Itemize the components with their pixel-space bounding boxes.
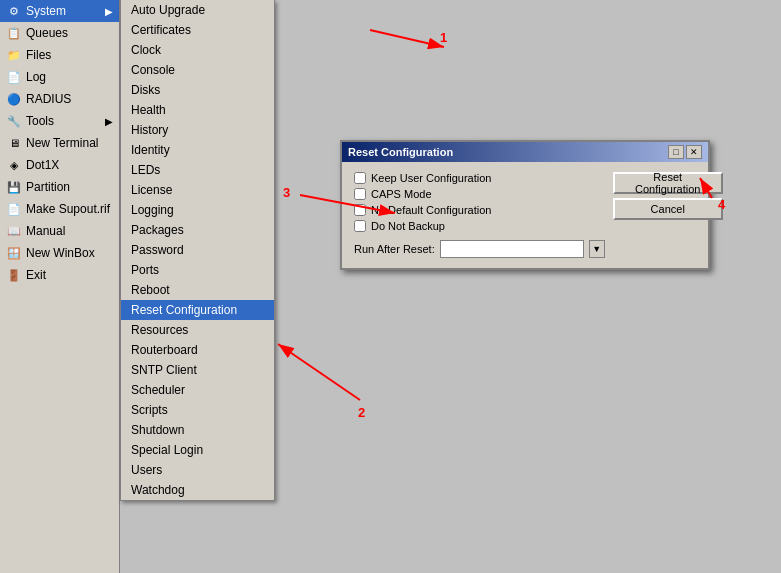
dialog-options: Keep User ConfigurationCAPS ModeNo Defau… bbox=[354, 172, 605, 258]
menu-item-reboot[interactable]: Reboot bbox=[121, 280, 274, 300]
menu-item-special-login[interactable]: Special Login bbox=[121, 440, 274, 460]
menu-item-label: SNTP Client bbox=[131, 363, 197, 377]
sidebar-item-system[interactable]: ⚙ System ▶ bbox=[0, 0, 119, 22]
checkbox-label: Do Not Backup bbox=[371, 220, 445, 232]
reset-config-dialog: Reset Configuration □ ✕ Keep User Config… bbox=[340, 140, 710, 270]
sidebar-icon: 📋 bbox=[6, 25, 22, 41]
menu-item-users[interactable]: Users bbox=[121, 460, 274, 480]
menu-item-packages[interactable]: Packages bbox=[121, 220, 274, 240]
annotation-1: 1 bbox=[440, 30, 447, 45]
sidebar-item-dot1x[interactable]: ◈ Dot1X bbox=[0, 154, 119, 176]
menu-item-label: Auto Upgrade bbox=[131, 3, 205, 17]
sidebar-label: Tools bbox=[26, 114, 54, 128]
sidebar-icon: 📁 bbox=[6, 47, 22, 63]
button-label: Cancel bbox=[651, 203, 685, 215]
sidebar-item-exit[interactable]: 🚪 Exit bbox=[0, 264, 119, 286]
menu-item-routerboard[interactable]: Routerboard bbox=[121, 340, 274, 360]
menu-item-resources[interactable]: Resources bbox=[121, 320, 274, 340]
checkbox-label: Keep User Configuration bbox=[371, 172, 491, 184]
sidebar-icon: ◈ bbox=[6, 157, 22, 173]
checkbox-caps-mode[interactable] bbox=[354, 188, 366, 200]
checkbox-no-default-configuration[interactable] bbox=[354, 204, 366, 216]
checkbox-row-do-not-backup: Do Not Backup bbox=[354, 220, 605, 232]
menu-item-label: Password bbox=[131, 243, 184, 257]
menu-item-label: Users bbox=[131, 463, 162, 477]
menu-item-clock[interactable]: Clock bbox=[121, 40, 274, 60]
sidebar-label: Exit bbox=[26, 268, 46, 282]
svg-line-1 bbox=[278, 344, 360, 400]
menu-item-license[interactable]: License bbox=[121, 180, 274, 200]
sidebar-item-log[interactable]: 📄 Log bbox=[0, 66, 119, 88]
menu-item-reset-configuration[interactable]: Reset Configuration bbox=[121, 300, 274, 320]
button-cancel[interactable]: Cancel bbox=[613, 198, 723, 220]
sidebar-icon: 📄 bbox=[6, 69, 22, 85]
checkbox-keep-user-configuration[interactable] bbox=[354, 172, 366, 184]
menu-item-label: History bbox=[131, 123, 168, 137]
menu-item-identity[interactable]: Identity bbox=[121, 140, 274, 160]
sidebar-icon: 🔧 bbox=[6, 113, 22, 129]
dialog-controls: □ ✕ bbox=[668, 145, 702, 159]
sidebar-label: Queues bbox=[26, 26, 68, 40]
sidebar-item-new-winbox[interactable]: 🪟 New WinBox bbox=[0, 242, 119, 264]
close-button[interactable]: ✕ bbox=[686, 145, 702, 159]
menu-item-label: Ports bbox=[131, 263, 159, 277]
checkbox-do-not-backup[interactable] bbox=[354, 220, 366, 232]
minimize-button[interactable]: □ bbox=[668, 145, 684, 159]
menu-item-label: Reset Configuration bbox=[131, 303, 237, 317]
submenu-arrow: ▶ bbox=[105, 116, 113, 127]
menu-item-label: Clock bbox=[131, 43, 161, 57]
menu-item-label: Watchdog bbox=[131, 483, 185, 497]
menu-item-leds[interactable]: LEDs bbox=[121, 160, 274, 180]
menu-item-scheduler[interactable]: Scheduler bbox=[121, 380, 274, 400]
sidebar-item-radius[interactable]: 🔵 RADIUS bbox=[0, 88, 119, 110]
menu-item-password[interactable]: Password bbox=[121, 240, 274, 260]
sidebar-icon: ⚙ bbox=[6, 3, 22, 19]
menu-item-label: Packages bbox=[131, 223, 184, 237]
menu-item-disks[interactable]: Disks bbox=[121, 80, 274, 100]
menu-item-ports[interactable]: Ports bbox=[121, 260, 274, 280]
menu-item-logging[interactable]: Logging bbox=[121, 200, 274, 220]
menu-item-label: Shutdown bbox=[131, 423, 184, 437]
menu-item-label: Logging bbox=[131, 203, 174, 217]
sidebar-label: Log bbox=[26, 70, 46, 84]
sidebar-item-queues[interactable]: 📋 Queues bbox=[0, 22, 119, 44]
menu-item-label: Special Login bbox=[131, 443, 203, 457]
sidebar-icon: 🖥 bbox=[6, 135, 22, 151]
menu-item-label: Resources bbox=[131, 323, 188, 337]
menu-item-label: Disks bbox=[131, 83, 160, 97]
menu-item-label: Reboot bbox=[131, 283, 170, 297]
menu-item-health[interactable]: Health bbox=[121, 100, 274, 120]
sidebar-item-new-terminal[interactable]: 🖥 New Terminal bbox=[0, 132, 119, 154]
menu-item-scripts[interactable]: Scripts bbox=[121, 400, 274, 420]
menu-item-auto-upgrade[interactable]: Auto Upgrade bbox=[121, 0, 274, 20]
menu-item-label: Certificates bbox=[131, 23, 191, 37]
sidebar-label: New Terminal bbox=[26, 136, 98, 150]
sidebar-label: Make Supout.rif bbox=[26, 202, 110, 216]
sidebar-icon: 🔵 bbox=[6, 91, 22, 107]
dialog-titlebar: Reset Configuration □ ✕ bbox=[342, 142, 708, 162]
run-after-input[interactable] bbox=[440, 240, 584, 258]
sidebar-item-tools[interactable]: 🔧 Tools ▶ bbox=[0, 110, 119, 132]
checkbox-row-keep-user-configuration: Keep User Configuration bbox=[354, 172, 605, 184]
sidebar-label: Dot1X bbox=[26, 158, 59, 172]
dialog-title: Reset Configuration bbox=[348, 146, 453, 158]
menu-item-console[interactable]: Console bbox=[121, 60, 274, 80]
sidebar-item-files[interactable]: 📁 Files bbox=[0, 44, 119, 66]
menu-item-label: Scheduler bbox=[131, 383, 185, 397]
run-after-dropdown-button[interactable]: ▼ bbox=[589, 240, 605, 258]
menu-item-history[interactable]: History bbox=[121, 120, 274, 140]
menu-item-certificates[interactable]: Certificates bbox=[121, 20, 274, 40]
sidebar-icon: 📖 bbox=[6, 223, 22, 239]
sidebar-item-partition[interactable]: 💾 Partition bbox=[0, 176, 119, 198]
menu-item-shutdown[interactable]: Shutdown bbox=[121, 420, 274, 440]
menu-item-watchdog[interactable]: Watchdog bbox=[121, 480, 274, 500]
sidebar-icon: 💾 bbox=[6, 179, 22, 195]
sidebar-item-make-supout.rif[interactable]: 📄 Make Supout.rif bbox=[0, 198, 119, 220]
checkbox-row-no-default-configuration: No Default Configuration bbox=[354, 204, 605, 216]
checkbox-row-caps-mode: CAPS Mode bbox=[354, 188, 605, 200]
sidebar-icon: 📄 bbox=[6, 201, 22, 217]
sidebar-label: System bbox=[26, 4, 66, 18]
button-reset-configuration[interactable]: Reset Configuration bbox=[613, 172, 723, 194]
menu-item-sntp-client[interactable]: SNTP Client bbox=[121, 360, 274, 380]
sidebar-item-manual[interactable]: 📖 Manual bbox=[0, 220, 119, 242]
